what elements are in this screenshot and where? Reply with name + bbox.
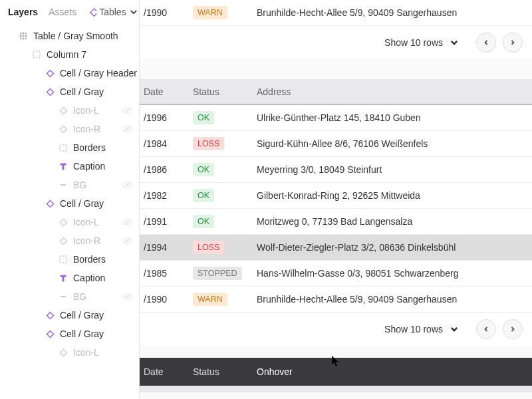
layer-item[interactable]: Cell / Gray Header [0, 64, 139, 82]
cell-address: Gilbert-Konrad-Ring 2, 92625 Mittweida [257, 190, 532, 201]
chevron-down-icon[interactable] [450, 325, 459, 334]
layer-item[interactable]: Caption [0, 269, 139, 287]
col-date[interactable]: Date [140, 366, 193, 377]
cell-address: Ulrike-Günther-Platz 145, 18410 Guben [257, 112, 532, 123]
layer-label: Cell / Gray [60, 329, 104, 339]
col-date[interactable]: Date [140, 86, 193, 97]
prev-page-button[interactable] [476, 33, 496, 53]
table-row[interactable]: /1986OKMeyerring 3/0, 18049 Steinfurt [140, 157, 532, 183]
visibility-icon[interactable] [122, 217, 132, 227]
status-badge: WARN [193, 293, 227, 306]
layers-panel: Layers Assets Tables Table / Gray Smooth… [0, 0, 140, 399]
chevron-down-icon[interactable] [450, 38, 459, 47]
col-status[interactable]: Status [193, 366, 257, 377]
layer-label: BG [73, 291, 86, 302]
layer-item[interactable]: Icon-R [0, 120, 139, 138]
layer-label: Cell / Gray [60, 310, 104, 321]
table-row[interactable]: /1996OKUlrike-Günther-Platz 145, 18410 G… [140, 105, 532, 131]
pager-label[interactable]: Show 10 rows [384, 324, 443, 334]
cell-status: WARN [193, 6, 257, 19]
svg-rect-1 [33, 51, 40, 58]
table-row[interactable]: /1991OKMoritzweg 0, 77139 Bad Langensalz… [140, 209, 532, 235]
tab-tables[interactable]: Tables [87, 7, 138, 17]
pager: Show 10 rows [140, 26, 532, 59]
status-badge: LOSS [193, 241, 224, 254]
cell-address: Brunhilde-Hecht-Allee 5/9, 90409 Sangerh… [257, 294, 532, 305]
layer-item[interactable]: Cell / Gray [0, 325, 139, 343]
frame-icon [59, 255, 68, 264]
panel-tabs: Layers Assets Tables [0, 0, 139, 23]
cell-date: /1990 [140, 294, 193, 305]
layer-item[interactable]: Borders [0, 250, 139, 269]
svg-rect-7 [61, 126, 67, 133]
cell-status: LOSS [193, 241, 257, 254]
layer-label: Cell / Gray [60, 198, 104, 209]
svg-rect-10 [60, 144, 66, 151]
layer-label: Column 7 [47, 49, 86, 60]
dash-icon [59, 292, 68, 301]
status-badge: WARN [193, 6, 227, 19]
status-badge: OK [193, 189, 214, 202]
cell-status: LOSS [193, 137, 257, 150]
diamond-icon [45, 87, 55, 96]
visibility-icon[interactable] [122, 235, 132, 246]
cell-address: Moritzweg 0, 77139 Bad Langensalza [257, 216, 532, 227]
svg-rect-26 [47, 331, 54, 338]
tables-icon [87, 7, 96, 17]
layer-item[interactable]: Table / Gray Smooth [0, 27, 139, 45]
cell-address: Meyerring 3/0, 18049 Steinfurt [257, 164, 532, 175]
layer-item[interactable]: Icon-L [0, 101, 139, 120]
prev-page-button[interactable] [476, 319, 496, 339]
table-header-dark: Date Status Onhover [140, 358, 532, 386]
status-badge: LOSS [193, 137, 224, 150]
visibility-icon[interactable] [122, 291, 132, 302]
svg-rect-0 [90, 9, 96, 16]
layer-label: Icon-L [73, 105, 99, 116]
cell-date: /1984 [140, 138, 193, 149]
layer-item[interactable]: Cell / Gray [0, 82, 139, 101]
table-row[interactable]: /1985STOPPEDHans-Wilhelm-Gasse 0/3, 9805… [140, 261, 532, 287]
table-main: Date Status Address /1996OKUlrike-Günthe… [140, 79, 532, 346]
layer-item[interactable]: Caption [0, 157, 139, 176]
tab-layers[interactable]: Layers [8, 7, 38, 17]
layer-label: Borders [73, 254, 106, 265]
layer-item[interactable]: BG [0, 176, 139, 194]
visibility-icon[interactable] [122, 124, 132, 134]
cell-address: Wolf-Dieter-Ziegler-Platz 3/2, 08636 Din… [257, 242, 532, 253]
layer-label: Cell / Gray [60, 86, 104, 97]
layer-item[interactable]: Cell / Gray [0, 194, 139, 213]
next-page-button[interactable] [503, 33, 523, 53]
table-row[interactable]: /1990 WARN Brunhilde-Hecht-Allee 5/9, 90… [140, 0, 532, 26]
svg-rect-27 [61, 350, 67, 356]
visibility-icon[interactable] [122, 105, 132, 116]
layer-label: Cell / Gray Header [60, 68, 137, 78]
table-row[interactable]: /1994LOSSWolf-Dieter-Ziegler-Platz 3/2, … [140, 235, 532, 261]
svg-rect-14 [47, 201, 54, 207]
layer-item[interactable]: Cell / Gray [0, 306, 139, 325]
layer-item[interactable]: Borders [0, 138, 139, 157]
layer-label: Icon-R [73, 124, 100, 134]
svg-rect-4 [61, 108, 67, 114]
dash-icon [59, 180, 68, 190]
layer-item[interactable]: Icon-L [0, 343, 139, 362]
layer-item[interactable]: Icon-R [0, 231, 139, 250]
layer-item[interactable]: Icon-L [0, 213, 139, 231]
col-address[interactable]: Address [257, 86, 532, 97]
svg-rect-21 [60, 256, 66, 263]
cell-status: OK [193, 111, 257, 124]
col-onhover[interactable]: Onhover [257, 366, 532, 377]
pager-label[interactable]: Show 10 rows [384, 37, 443, 48]
col-status[interactable]: Status [193, 86, 257, 97]
table-row[interactable]: /1984LOSSSigurd-Kühn-Allee 8/6, 76106 We… [140, 131, 532, 157]
next-page-button[interactable] [503, 319, 523, 339]
table-row[interactable]: /1990WARNBrunhilde-Hecht-Allee 5/9, 9040… [140, 287, 532, 313]
table-row[interactable]: /1982OKGilbert-Konrad-Ring 2, 92625 Mitt… [140, 183, 532, 209]
layer-item[interactable]: Column 7 [0, 45, 139, 64]
layer-item[interactable]: BG [0, 287, 139, 306]
layer-label: Icon-L [73, 217, 99, 227]
cell-address: Brunhilde-Hecht-Allee 5/9, 90409 Sangerh… [257, 7, 532, 18]
visibility-icon[interactable] [122, 180, 132, 190]
frame-icon [32, 50, 41, 59]
tab-assets[interactable]: Assets [49, 7, 76, 17]
cell-status: STOPPED [193, 267, 257, 280]
